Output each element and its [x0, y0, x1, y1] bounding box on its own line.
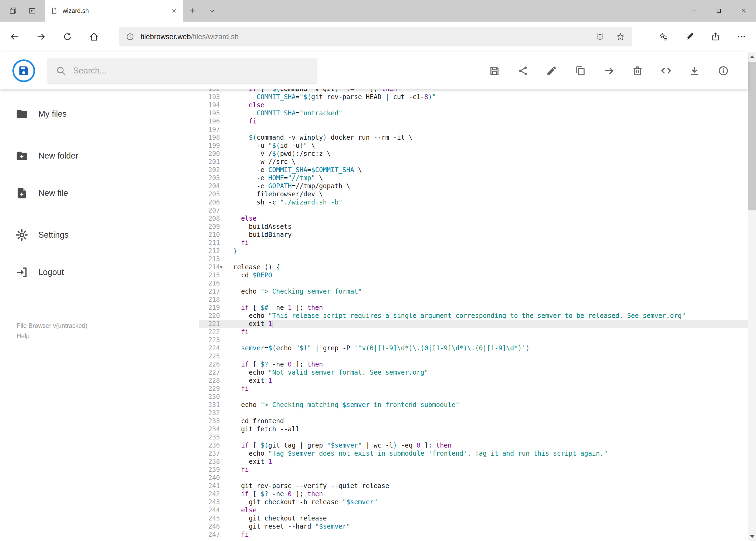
code-line[interactable]: 214▾release () { — [199, 263, 748, 271]
code-line[interactable]: 234 git fetch --all — [199, 425, 748, 433]
code-line[interactable]: 201 -w //src \ — [199, 158, 748, 166]
scrollbar-thumb[interactable] — [748, 62, 756, 211]
code-line[interactable]: 197 — [199, 125, 748, 134]
code-line[interactable]: 226 if [ $? -ne 0 ]; then — [199, 360, 748, 368]
filebrowser-logo[interactable] — [12, 59, 35, 82]
code-line[interactable]: 219 if [ $# -ne 1 ]; then — [199, 303, 748, 312]
web-note-button[interactable] — [677, 32, 702, 41]
code-line[interactable]: 229 fi — [199, 385, 748, 393]
back-button[interactable] — [1, 22, 28, 52]
address-bar[interactable]: filebrowser.web/files/wizard.sh — [119, 27, 632, 46]
minimize-button[interactable] — [681, 0, 706, 22]
code-line[interactable]: 238 exit 1 — [199, 457, 748, 466]
code-line[interactable]: 235 — [199, 433, 748, 441]
scroll-down-button[interactable] — [748, 532, 756, 541]
code-line[interactable]: 242 if [ $? -ne 0 ]; then — [199, 490, 748, 498]
sidebar-item-new-file[interactable]: New file — [0, 175, 199, 212]
code-line[interactable]: 247 fi — [199, 530, 748, 539]
delete-button[interactable] — [632, 65, 643, 76]
code-line[interactable]: 205 filebrowser/dev \ — [199, 190, 748, 198]
code-line[interactable]: 241 git rev-parse --verify --quiet relea… — [199, 482, 748, 490]
forward-button[interactable] — [28, 22, 54, 52]
code-line[interactable]: 222 fi — [199, 328, 748, 336]
code-line[interactable]: 232 — [199, 409, 748, 417]
code-line[interactable]: 233 cd frontend — [199, 417, 748, 425]
code-line[interactable]: 198 $(command -v winpty) docker run --rm… — [199, 134, 748, 142]
code-editor[interactable]: 192 if [ "$(command -v git)" != "" ]; th… — [199, 89, 748, 541]
close-button[interactable] — [731, 0, 756, 22]
code-line[interactable]: 230 — [199, 393, 748, 401]
set-aside-tabs-button[interactable] — [3, 0, 23, 22]
code-line[interactable]: 236 if [ $(git tag | grep "$semver" | wc… — [199, 441, 748, 449]
code-line[interactable]: 192 if [ "$(command -v git)" != "" ]; th… — [199, 89, 748, 93]
code-line[interactable]: 210 buildBinary — [199, 231, 748, 239]
code-line[interactable]: 199 -u "$(id -u)" \ — [199, 142, 748, 150]
code-line[interactable]: 228 exit 1 — [199, 376, 748, 385]
download-button[interactable] — [689, 65, 700, 76]
code-line[interactable]: 193 COMMIT_SHA="$(git rev-parse HEAD | c… — [199, 93, 748, 101]
maximize-button[interactable] — [706, 0, 731, 22]
code-line[interactable]: 196 fi — [199, 117, 748, 125]
scroll-up-button[interactable] — [748, 52, 756, 61]
sidebar-item-my-files[interactable]: My files — [0, 95, 199, 133]
code-line[interactable]: 240 — [199, 474, 748, 482]
rename-button[interactable] — [546, 65, 557, 76]
code-line[interactable]: 209 buildAssets — [199, 223, 748, 231]
copy-button[interactable] — [575, 65, 586, 76]
switch-view-button[interactable] — [660, 65, 672, 76]
code-line[interactable]: 217 echo "> Checking semver format" — [199, 287, 748, 295]
share-button[interactable] — [702, 32, 728, 41]
code-line[interactable]: 204 -e GOPATH=//tmp/gopath \ — [199, 182, 748, 190]
code-line[interactable]: 195 COMMIT_SHA="untracked" — [199, 109, 748, 117]
code-line[interactable]: 208 else — [199, 215, 748, 223]
code-line[interactable]: 216 — [199, 279, 748, 287]
url-text[interactable]: filebrowser.web/files/wizard.sh — [140, 33, 239, 41]
new-tab-button[interactable] — [183, 0, 202, 22]
code-line[interactable]: 245 git checkout release — [199, 514, 748, 522]
code-line[interactable]: 224 semver=$(echo "$1" | grep -P '^v(0|[… — [199, 344, 748, 352]
tab-list-chevron-button[interactable] — [202, 0, 222, 22]
code-line[interactable]: 237 echo "Tag $semver does not exist in … — [199, 449, 748, 457]
code-line[interactable]: 246 git reset --hard "$semver" — [199, 522, 748, 530]
sidebar-item-new-folder[interactable]: New folder — [0, 137, 199, 175]
code-line[interactable]: 218 — [199, 295, 748, 303]
help-link[interactable]: Help — [17, 331, 199, 341]
browser-tab[interactable]: wizard.sh — [45, 0, 183, 22]
code-line[interactable]: 206 sh -c "./wizard.sh -b" — [199, 198, 748, 206]
code-line[interactable]: 244 else — [199, 506, 748, 514]
code-line[interactable]: 203 -e HOME="//tmp" \ — [199, 174, 748, 182]
favorite-star-icon[interactable] — [616, 32, 625, 41]
search-input[interactable]: Search... — [48, 58, 317, 84]
code-line[interactable]: 221 exit 1 — [199, 320, 748, 328]
code-line[interactable]: 212} — [199, 247, 748, 255]
move-button[interactable] — [603, 65, 615, 76]
code-line[interactable]: 231 echo "> Checking matching $semver in… — [199, 401, 748, 409]
reading-view-icon[interactable] — [596, 32, 604, 41]
code-line[interactable]: 202 -e COMMIT_SHA=$COMMIT_SHA \ — [199, 166, 748, 174]
site-info-icon[interactable] — [126, 33, 134, 41]
hub-button[interactable] — [651, 32, 677, 41]
code-line[interactable]: 243 git checkout -b release "$semver" — [199, 498, 748, 506]
sidebar-item-settings[interactable]: Settings — [0, 216, 199, 254]
home-button[interactable] — [81, 22, 107, 52]
code-line[interactable]: 227 echo "Not valid semver format. See s… — [199, 368, 748, 376]
info-button[interactable] — [718, 65, 729, 76]
code-line[interactable]: 220 echo "This release script requires a… — [199, 312, 748, 320]
page-scrollbar[interactable] — [748, 52, 756, 541]
share-button[interactable] — [517, 65, 529, 76]
sidebar-item-logout[interactable]: Logout — [0, 254, 199, 291]
more-menu-button[interactable] — [728, 32, 754, 41]
code-line[interactable]: 200 -v /$(pwd):/src:z \ — [199, 150, 748, 158]
fold-marker-icon[interactable]: ▾ — [220, 263, 227, 271]
code-line[interactable]: 239 fi — [199, 466, 748, 474]
save-button[interactable] — [489, 65, 500, 76]
code-line[interactable]: 194 else — [199, 101, 748, 109]
refresh-button[interactable] — [54, 22, 81, 52]
tab-preview-button[interactable] — [23, 0, 42, 22]
code-line[interactable]: 207 — [199, 206, 748, 215]
code-line[interactable]: 225 — [199, 352, 748, 360]
code-line[interactable]: 223 — [199, 336, 748, 344]
tab-close-icon[interactable] — [171, 8, 177, 14]
code-line[interactable]: 213 — [199, 255, 748, 263]
code-line[interactable]: 211 fi — [199, 239, 748, 247]
